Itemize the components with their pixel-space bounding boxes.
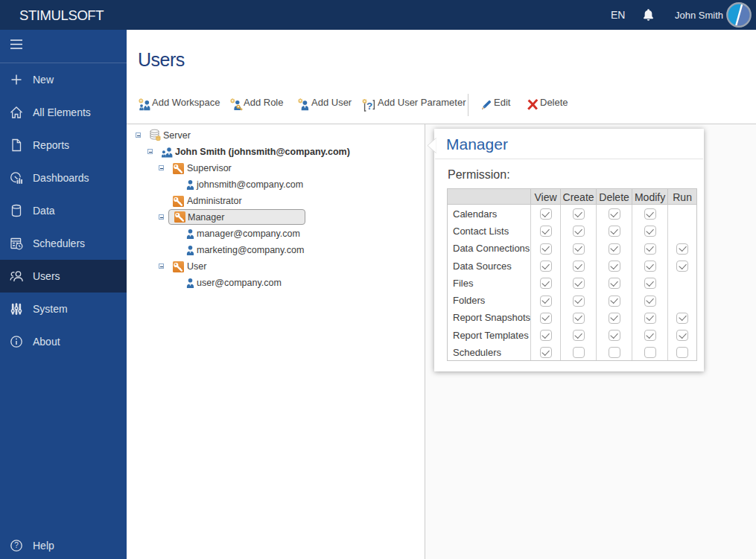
svg-text:?: ? bbox=[14, 541, 19, 549]
svg-text:?: ? bbox=[366, 100, 372, 112]
